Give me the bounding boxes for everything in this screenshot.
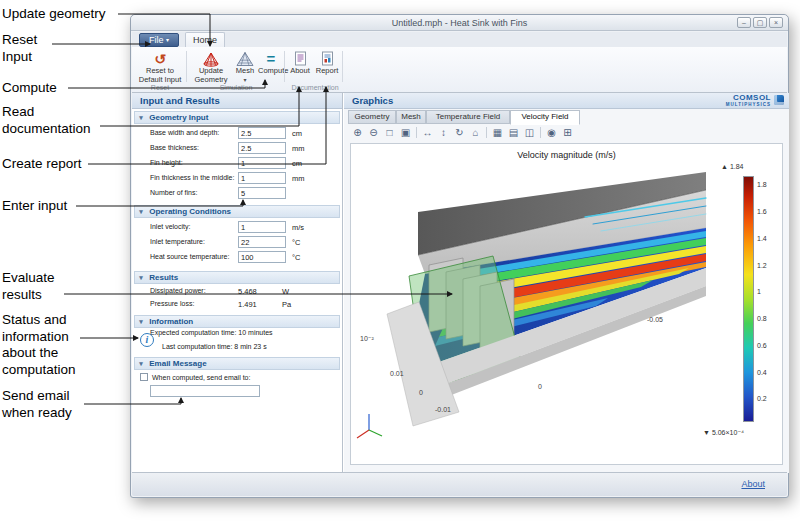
info-icon: i xyxy=(140,333,154,347)
base-thickness-input[interactable] xyxy=(238,142,286,154)
ribbon-group-separator xyxy=(186,51,187,82)
pan-icon[interactable]: ↔ xyxy=(420,126,435,139)
mesh-button-label: Mesh xyxy=(236,66,254,75)
show-grid-icon[interactable]: ▦ xyxy=(490,126,505,139)
email-checkbox[interactable] xyxy=(140,373,148,381)
field-label: Inlet velocity: xyxy=(150,223,190,230)
annotation-send-email: Send email when ready xyxy=(2,388,86,421)
annotation-update-geometry: Update geometry xyxy=(2,6,132,23)
input-and-results-panel: Input and Results ▾ Geometry Input Base … xyxy=(132,93,343,473)
ribbon-group-reset-label: Reset xyxy=(136,84,184,91)
report-button-label: Report xyxy=(314,67,340,76)
field-label: Heat source temperature: xyxy=(150,253,229,260)
fin-thickness-input[interactable] xyxy=(238,172,286,184)
field-label: Base width and depth: xyxy=(150,129,219,136)
section-title: Results xyxy=(149,273,178,282)
comsol-logo-mark xyxy=(774,95,784,105)
title-bar[interactable]: Untitled.mph - Heat Sink with Fins xyxy=(131,15,788,31)
colorbar xyxy=(743,176,754,422)
field-label: Fin thickness in the middle: xyxy=(150,174,234,181)
window-controls: – ▢ × xyxy=(737,17,783,28)
colorbar-min: ▼ 5.06×10⁻⁴ xyxy=(703,429,744,437)
tab-mesh[interactable]: Mesh xyxy=(396,110,426,124)
email-input[interactable] xyxy=(150,385,260,397)
plot-area[interactable]: Velocity magnitude (m/s) xyxy=(350,143,783,465)
colorbar-min-value: 5.06×10⁻⁴ xyxy=(712,429,744,436)
comsol-logo-line1: COMSOL xyxy=(726,94,771,101)
zoom-extents-icon[interactable]: ▣ xyxy=(398,126,413,139)
section-email-message[interactable]: ▾ Email Message xyxy=(134,357,340,370)
projection-icon[interactable]: ◫ xyxy=(522,126,537,139)
inlet-velocity-input[interactable] xyxy=(238,221,286,233)
colorbar-max-value: 1.84 xyxy=(730,163,744,170)
up-arrow-icon: ▲ xyxy=(721,163,728,170)
section-title: Email Message xyxy=(149,359,206,368)
comsol-logo-line2: MULTIPHYSICS xyxy=(726,101,771,108)
fin-height-input[interactable] xyxy=(238,157,286,169)
reset-icon: ↺ xyxy=(136,51,184,67)
main-content: Input and Results ▾ Geometry Input Base … xyxy=(132,93,789,473)
axis-scale-label: 10⁻² xyxy=(360,335,374,343)
velocity-plot-3d[interactable] xyxy=(353,162,741,458)
field-unit: mm xyxy=(292,144,305,153)
default-view-icon[interactable]: ⌂ xyxy=(468,126,483,139)
number-of-fins-input[interactable] xyxy=(238,187,286,199)
pressure-loss-value: 1.491 xyxy=(238,300,257,309)
file-button[interactable]: File ▾ xyxy=(139,33,179,47)
compute-button[interactable]: = Compute xyxy=(258,49,284,87)
maximize-button[interactable]: ▢ xyxy=(753,17,767,28)
minimize-button[interactable]: – xyxy=(737,17,751,28)
field-label: Fin height: xyxy=(150,159,183,166)
mesh-icon xyxy=(234,51,256,67)
result-unit: W xyxy=(282,287,289,296)
report-button[interactable]: Report xyxy=(314,49,340,87)
field-unit: m/s xyxy=(292,223,304,232)
ribbon-group-documentation-label: Documentation xyxy=(285,84,345,91)
axis-triad xyxy=(357,414,382,438)
ribbon-group-simulation-label: Simulation xyxy=(190,84,282,91)
ribbon-tab-row: File ▾ Home xyxy=(132,32,787,47)
about-link[interactable]: About xyxy=(741,479,765,489)
close-button[interactable]: × xyxy=(769,17,783,28)
annotation-status-info: Status and information about the computa… xyxy=(2,312,102,378)
show-axes-icon[interactable]: ▤ xyxy=(506,126,521,139)
ribbon-group-separator xyxy=(284,51,285,82)
mesh-caret-icon: ▾ xyxy=(243,77,246,83)
input-panel-title: Input and Results xyxy=(132,93,342,109)
screenshot-stage: Update geometry Reset Input Compute Read… xyxy=(0,0,800,523)
dissipated-power-value: 5.468 xyxy=(238,287,257,296)
mesh-button[interactable]: Mesh ▾ xyxy=(234,49,256,87)
annotation-reset-input: Reset Input xyxy=(2,32,48,65)
tab-home[interactable]: Home xyxy=(185,32,225,47)
section-information[interactable]: ▾ Information xyxy=(134,315,340,328)
zoom-in-icon[interactable]: ⊕ xyxy=(350,126,365,139)
colorbar-tick: 1.6 xyxy=(757,208,767,215)
reset-to-default-button[interactable]: ↺ Reset to Default Input xyxy=(136,49,184,87)
colorbar-tick: 1.8 xyxy=(757,181,767,188)
section-operating-conditions[interactable]: ▾ Operating Conditions xyxy=(134,205,340,218)
about-icon xyxy=(288,51,312,67)
section-title: Operating Conditions xyxy=(149,207,231,216)
heat-source-temperature-input[interactable] xyxy=(238,251,286,263)
print-icon[interactable]: ⊞ xyxy=(560,126,575,139)
snapshot-icon[interactable]: ◉ xyxy=(544,126,559,139)
zoom-out-icon[interactable]: ⊖ xyxy=(366,126,381,139)
update-geometry-button[interactable]: Update Geometry xyxy=(190,49,232,87)
about-button[interactable]: About xyxy=(288,49,312,87)
colorbar-tick: 0.6 xyxy=(757,342,767,349)
section-collapse-icon: ▾ xyxy=(135,358,147,369)
tab-temperature-field[interactable]: Temperature Field xyxy=(426,110,510,124)
rotate-icon[interactable]: ↻ xyxy=(452,126,467,139)
tab-geometry[interactable]: Geometry xyxy=(348,110,396,124)
toolbar-separator xyxy=(486,127,487,138)
section-geometry-input[interactable]: ▾ Geometry Input xyxy=(134,111,340,124)
base-width-input[interactable] xyxy=(238,127,286,139)
zoom-box-icon[interactable]: □ xyxy=(382,126,397,139)
inlet-temperature-input[interactable] xyxy=(238,236,286,248)
tilt-icon[interactable]: ↕ xyxy=(436,126,451,139)
compute-icon: = xyxy=(258,51,284,67)
tab-velocity-field[interactable]: Velocity Field xyxy=(510,110,580,125)
field-unit: mm xyxy=(292,174,305,183)
colorbar-tick: 1 xyxy=(757,288,761,295)
section-results[interactable]: ▾ Results xyxy=(134,271,340,284)
